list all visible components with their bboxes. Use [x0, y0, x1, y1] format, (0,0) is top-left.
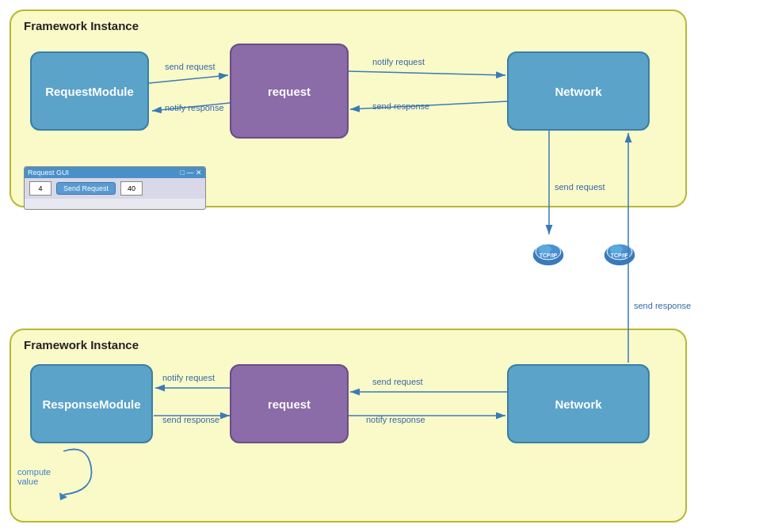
self-loop-label: computevalue	[17, 467, 51, 486]
bottom-network-box: Network	[507, 364, 650, 443]
svg-text:TCP/IP: TCP/IP	[611, 253, 629, 258]
gui-send-request-button[interactable]: Send Request	[56, 182, 116, 195]
response-module-label: ResponseModule	[42, 397, 140, 411]
response-module-box: ResponseModule	[30, 364, 153, 443]
diagram-container: Framework Instance Framework Instance Re…	[0, 0, 759, 532]
tcpip-icon-left: TCP/IP	[531, 238, 566, 268]
top-request-obj-box: request	[230, 44, 349, 139]
gui-title: Request GUI	[28, 169, 69, 177]
inter-send-response-label: send response	[634, 301, 691, 310]
gui-inset: Request GUI □ — ✕ 4 Send Request 40	[24, 166, 206, 210]
tcpip-icon-right: TCP/IP	[602, 238, 637, 268]
top-send-request-label: send request	[165, 62, 215, 71]
top-network-box: Network	[507, 51, 650, 131]
request-module-box: RequestModule	[30, 51, 149, 131]
top-network-label: Network	[555, 85, 601, 98]
top-notify-request-label: notify request	[372, 57, 425, 66]
top-send-response-label: send response	[372, 101, 429, 111]
gui-value: 4	[29, 181, 51, 196]
framework-label-top: Framework Instance	[24, 19, 139, 32]
request-module-label: RequestModule	[45, 85, 134, 98]
svg-text:TCP/IP: TCP/IP	[540, 253, 558, 258]
bottom-network-label: Network	[555, 397, 601, 411]
gui-output: 40	[120, 181, 143, 196]
top-request-obj-label: request	[268, 85, 311, 98]
top-network-send-request-label: send request	[555, 182, 605, 192]
bottom-notify-response-label: notify response	[366, 415, 425, 424]
bottom-send-request-label: send request	[372, 377, 423, 386]
bottom-request-obj-label: request	[268, 397, 311, 411]
bottom-notify-request-label: notify request	[162, 373, 215, 382]
framework-label-bottom: Framework Instance	[24, 338, 139, 352]
bottom-request-obj-box: request	[230, 364, 349, 443]
svg-marker-8	[59, 492, 67, 500]
top-notify-response-label: notify response	[165, 103, 224, 112]
bottom-send-response-label: send response	[162, 415, 219, 424]
